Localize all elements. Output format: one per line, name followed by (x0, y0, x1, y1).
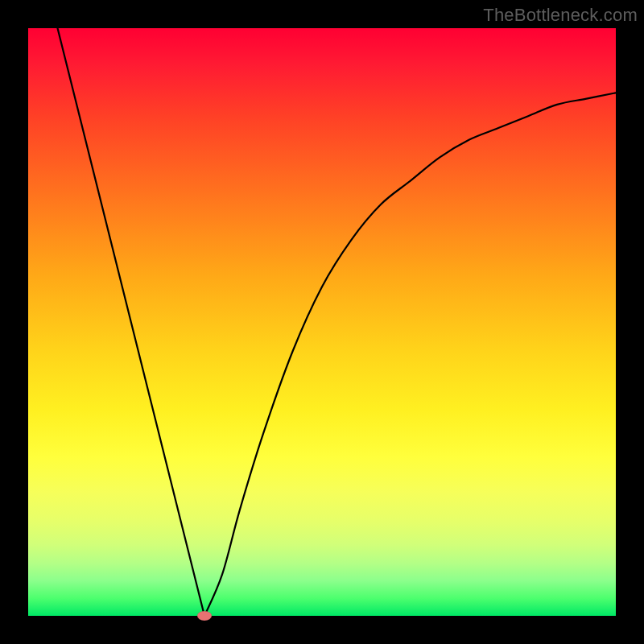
chart-frame: TheBottleneck.com (0, 0, 644, 644)
balance-point-marker (197, 611, 212, 621)
bottleneck-curve (28, 28, 616, 616)
watermark-text: TheBottleneck.com (483, 5, 638, 26)
plot-area (28, 28, 616, 616)
